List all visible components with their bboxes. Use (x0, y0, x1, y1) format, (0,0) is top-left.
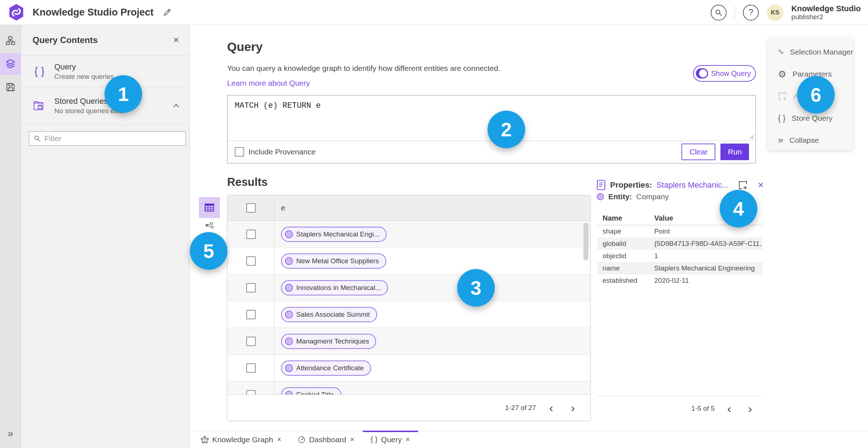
property-name: objectid (597, 252, 654, 260)
table-view-button[interactable] (199, 197, 220, 218)
filter-box (29, 131, 186, 146)
entity-pill[interactable]: Innovations in Mechanical... (281, 280, 388, 295)
action-collapse[interactable]: » Collapse (768, 129, 853, 151)
table-row[interactable]: Innovations in Mechanical... (227, 274, 590, 301)
table-row[interactable]: Managment Techniques (227, 328, 590, 355)
query-toolbar: Include Provenance Clear Run (227, 141, 756, 163)
query-text[interactable]: MATCH (e) RETURN e (235, 101, 321, 110)
query-description: You can query a knowledge graph to ident… (227, 64, 500, 73)
tab-knowledge-graph[interactable]: Knowledge Graph ✕ (193, 431, 290, 448)
run-button[interactable]: Run (720, 144, 749, 160)
entity-pill[interactable]: Managment Techniques (281, 334, 376, 349)
row-checkbox[interactable] (246, 256, 256, 266)
clear-button[interactable]: Clear (681, 144, 715, 160)
add-to-icon (778, 91, 787, 101)
row-checkbox[interactable] (246, 310, 256, 319)
entity-pill[interactable]: Firebird Title (281, 387, 341, 395)
sidebar-item-link-chart[interactable] (0, 30, 21, 52)
results-table-body: Staplers Mechanical Engi... New Metal Of… (227, 221, 590, 394)
results-heading: Results (227, 176, 268, 189)
close-icon[interactable]: ✕ (173, 36, 179, 44)
row-checkbox[interactable] (246, 283, 256, 293)
search-button[interactable] (711, 5, 727, 21)
row-checkbox[interactable] (246, 230, 256, 239)
action-label: Selection Manager (790, 48, 853, 56)
property-row[interactable]: name Staplers Mechanical Engineering (597, 262, 762, 274)
resize-handle[interactable] (749, 134, 754, 139)
next-page-button[interactable]: › (566, 401, 579, 414)
entity-pill[interactable]: Staplers Mechanical Engi... (281, 227, 387, 242)
table-row[interactable]: Attendance Certificate (227, 355, 590, 381)
action-selection-manager[interactable]: Selection Manager (768, 41, 853, 63)
learn-more-link[interactable]: Learn more about Query (227, 79, 310, 88)
tab-label: Query (381, 435, 402, 444)
column-header-e[interactable]: e (275, 195, 590, 221)
property-row[interactable]: globalid {5D9B4713-F98D-4A53-A59F-C11... (597, 238, 762, 250)
close-icon[interactable]: ✕ (350, 436, 354, 443)
close-icon[interactable]: ✕ (757, 181, 764, 189)
show-query-toggle[interactable]: Show Query (693, 65, 756, 82)
property-value: 2020-02-11 (654, 277, 762, 285)
expand-icon: » (8, 428, 13, 439)
layers-icon (5, 59, 16, 69)
expand-panel-button[interactable]: » (0, 428, 21, 439)
entity-dot-icon (597, 193, 604, 200)
entity-dot-icon (285, 257, 293, 265)
close-icon[interactable]: ✕ (277, 436, 281, 443)
select-all-checkbox[interactable] (246, 203, 256, 213)
query-heading: Query (227, 40, 263, 54)
table-row[interactable]: New Metal Office Suppliers (227, 248, 590, 274)
entity-dot-icon (285, 337, 293, 345)
selection-manager-icon (778, 47, 784, 57)
annotation-badge-3: 3 (457, 269, 495, 307)
edit-title-button[interactable] (162, 8, 172, 17)
filter-input[interactable] (44, 134, 164, 143)
help-button[interactable]: ? (743, 5, 759, 21)
table-row[interactable]: Firebird Title (227, 381, 590, 394)
column-header-name: Name (597, 214, 654, 225)
sidebar-item-save[interactable] (0, 76, 21, 98)
property-row[interactable]: established 2020-02-11 (597, 274, 762, 287)
tab-dashboard[interactable]: Dashboard ✕ (290, 431, 363, 448)
include-provenance-label: Include Provenance (248, 148, 316, 156)
properties-entity-link[interactable]: Staplers Mechanic... (656, 180, 733, 190)
toggle-switch-on[interactable] (696, 68, 708, 78)
entity-pill[interactable]: Sales Associate Summit (281, 307, 377, 322)
entity-pill[interactable]: New Metal Office Suppliers (281, 253, 386, 269)
chevron-left-icon: ‹ (727, 403, 731, 414)
entity-label: Managment Techniques (296, 337, 369, 345)
pagination-text: 1-5 of 5 (692, 405, 715, 413)
add-to-selection-icon[interactable] (738, 180, 748, 190)
close-icon[interactable]: ✕ (405, 436, 410, 443)
entity-label: Sales Associate Summit (296, 311, 370, 319)
next-page-button[interactable]: › (744, 402, 757, 415)
user-block[interactable]: Knowledge Studio publisher2 (791, 4, 863, 21)
results-scrollbar[interactable] (583, 223, 588, 260)
entity-type: Company (636, 192, 669, 201)
include-provenance-checkbox[interactable] (235, 147, 244, 157)
avatar[interactable]: KS (767, 4, 783, 21)
collapse-icon: » (778, 135, 783, 146)
entity-pill[interactable]: Attendance Certificate (281, 360, 371, 376)
property-row[interactable]: objectid 1 (597, 250, 762, 262)
table-row[interactable]: Sales Associate Summit (227, 301, 590, 328)
entity-label: Staplers Mechanical Engi... (296, 230, 379, 238)
row-checkbox[interactable] (246, 337, 256, 346)
previous-page-button[interactable]: ‹ (723, 402, 736, 415)
stored-queries-folder-icon (32, 101, 47, 111)
chevron-up-icon[interactable] (173, 104, 179, 108)
property-value: 1 (654, 252, 762, 260)
search-icon (715, 9, 723, 17)
topbar-right: ? KS Knowledge Studio publisher2 (711, 0, 863, 25)
sidebar-item-layers-active[interactable] (0, 53, 21, 75)
action-label: Store Query (792, 114, 833, 123)
annotation-badge-4: 4 (720, 190, 757, 227)
tab-query-active[interactable]: { } Query ✕ (363, 431, 418, 448)
list-item-query[interactable]: { } Query Create new queries (21, 56, 190, 87)
toggle-knob (699, 69, 707, 77)
previous-page-button[interactable]: ‹ (545, 401, 558, 414)
row-checkbox[interactable] (246, 363, 256, 373)
table-row[interactable]: Staplers Mechanical Engi... (227, 221, 590, 248)
row-checkbox[interactable] (246, 390, 256, 395)
entity-label: Entity: (608, 192, 632, 201)
